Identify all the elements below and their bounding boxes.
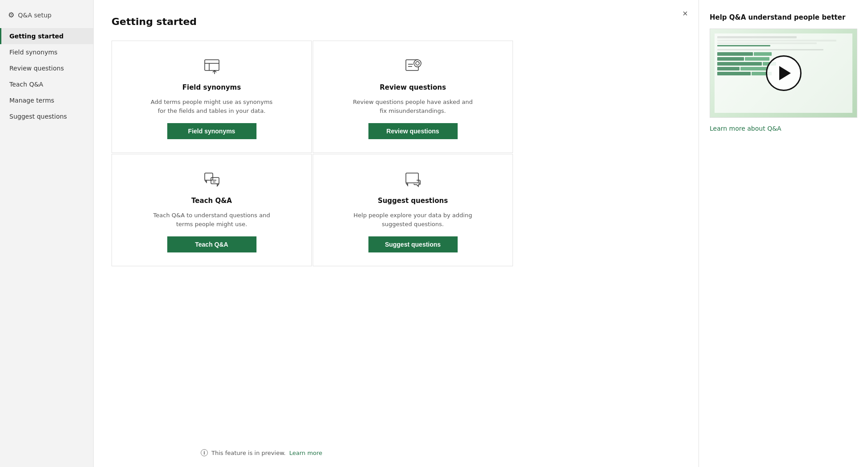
field-synonyms-desc: Add terms people might use as synonyms f…: [149, 98, 274, 115]
field-synonyms-card: Field synonyms Add terms people might us…: [112, 41, 312, 153]
right-panel: Help Q&A understand people better: [699, 0, 868, 467]
sidebar-item-review-questions[interactable]: Review questions: [0, 60, 93, 76]
review-questions-title: Review questions: [380, 83, 446, 91]
svg-rect-12: [406, 173, 418, 183]
gear-icon: ⚙: [8, 11, 14, 19]
review-questions-icon: [404, 57, 422, 77]
sidebar-nav: Getting started Field synonyms Review qu…: [0, 28, 93, 124]
svg-rect-8: [205, 173, 213, 180]
app-container: ⚙ Q&A setup Getting started Field synony…: [0, 0, 868, 467]
sidebar-item-suggest-questions[interactable]: Suggest questions: [0, 108, 93, 124]
video-thumbnail[interactable]: [710, 29, 857, 118]
review-questions-button[interactable]: Review questions: [368, 123, 458, 139]
sidebar-item-field-synonyms[interactable]: Field synonyms: [0, 44, 93, 60]
teach-qa-title: Teach Q&A: [191, 197, 232, 205]
info-icon: i: [201, 449, 208, 456]
page-title: Getting started: [112, 16, 681, 27]
play-triangle-icon: [779, 66, 791, 80]
review-questions-card: Review questions Review questions people…: [313, 41, 513, 153]
sidebar-item-getting-started[interactable]: Getting started: [0, 28, 93, 44]
review-questions-desc: Review questions people have asked and f…: [351, 98, 475, 115]
suggest-questions-icon: [404, 170, 422, 190]
teach-qa-button[interactable]: Teach Q&A: [167, 236, 256, 252]
footer-learn-more-link[interactable]: Learn more: [289, 450, 322, 456]
suggest-questions-svg: [404, 170, 422, 188]
footer-text: This feature is in preview.: [211, 450, 285, 456]
cards-grid: Field synonyms Add terms people might us…: [112, 41, 513, 266]
sidebar: ⚙ Q&A setup Getting started Field synony…: [0, 0, 94, 467]
suggest-questions-title: Suggest questions: [378, 197, 448, 205]
play-button[interactable]: [766, 55, 802, 91]
sidebar-header: ⚙ Q&A setup: [0, 4, 93, 28]
learn-more-link[interactable]: Learn more about Q&A: [710, 125, 857, 132]
review-questions-svg: [404, 57, 422, 75]
right-panel-title: Help Q&A understand people better: [710, 13, 857, 21]
suggest-questions-card: Suggest questions Help people explore yo…: [313, 154, 513, 266]
svg-point-5: [414, 60, 421, 67]
field-synonyms-button[interactable]: Field synonyms: [167, 123, 256, 139]
suggest-questions-desc: Help people explore your data by adding …: [351, 211, 475, 228]
close-button[interactable]: ×: [679, 7, 691, 20]
sidebar-item-teach-qa[interactable]: Teach Q&A: [0, 76, 93, 92]
field-synonyms-svg: [203, 57, 221, 75]
video-content: [710, 29, 857, 117]
footer: i This feature is in preview. Learn more: [201, 449, 322, 456]
field-synonyms-icon: [203, 57, 221, 77]
field-synonyms-title: Field synonyms: [182, 83, 241, 91]
svg-rect-0: [205, 60, 219, 70]
svg-rect-9: [211, 178, 219, 184]
sidebar-item-manage-terms[interactable]: Manage terms: [0, 92, 93, 108]
teach-qa-svg: [203, 170, 221, 188]
teach-qa-card: Teach Q&A Teach Q&A to understand questi…: [112, 154, 312, 266]
sidebar-header-label: Q&A setup: [18, 12, 51, 19]
teach-qa-icon: [203, 170, 221, 190]
main-content: × Getting started Field synonyms Add ter…: [94, 0, 699, 467]
suggest-questions-button[interactable]: Suggest questions: [368, 236, 458, 252]
teach-qa-desc: Teach Q&A to understand questions and te…: [149, 211, 274, 228]
